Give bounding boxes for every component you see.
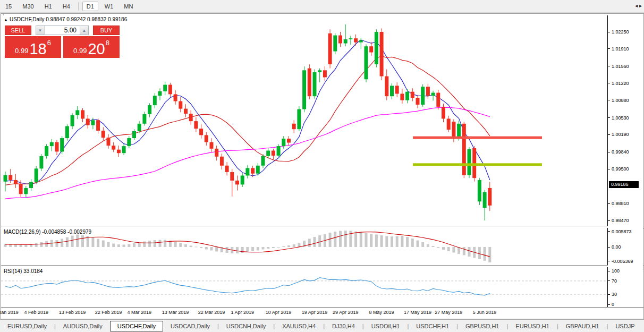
bull-candle [65,126,69,139]
bear-candle [55,142,59,152]
macd-histogram-bar [298,243,300,247]
axis-tick [608,304,610,305]
collapse-triangle-icon[interactable]: ▲ [4,18,8,22]
bear-candle [189,114,193,121]
date-label: 4 Feb 2019 [24,310,48,315]
macd-histogram-bar [417,241,419,247]
axis-label: 1.00530 [612,115,629,121]
timeframe-button-mn[interactable]: MN [120,2,137,11]
bear-candle [354,38,358,42]
bear-candle [174,94,177,101]
axis-label: 100 [612,268,620,274]
tab-usdoil-h1[interactable]: USDOil,H1 [364,321,408,331]
macd-histogram-bar [66,237,69,247]
macd-histogram-bar [236,247,239,253]
axis-label: 1.01910 [612,46,629,52]
buy-price-box[interactable]: 0.99 20 8 [63,36,120,58]
bear-candle [488,188,492,206]
support-line[interactable] [413,163,542,166]
bull-candle [39,156,43,168]
axis-label: 0.98470 [612,218,629,223]
axis-label: 1.00190 [612,132,629,137]
macd-histogram-bar [437,247,439,248]
tab-usdchf-daily[interactable]: USDCHF,Daily [110,321,163,331]
macd-histogram-bar [277,247,280,248]
macd-histogram-bar [251,247,254,251]
date-label: 4 Mar 2019 [127,310,151,315]
tab-usdcad-daily[interactable]: USDCAD,Daily [163,321,217,331]
macd-histogram-bar [293,244,295,247]
macd-histogram-bar [329,233,332,247]
axis-label: 70 [612,278,617,284]
macd-histogram-bar [411,239,414,247]
date-label: 10 Apr 2019 [266,310,292,315]
tab-eurusd-h1[interactable]: EURUSD,H1 [508,321,557,331]
sell-button[interactable]: SELL [5,25,31,35]
buy-price-base: 0.99 [73,47,87,55]
bull-candle [302,70,306,109]
tab-gbpusd-h1[interactable]: GBPUSD,H1 [458,321,507,331]
timeframe-button-d1[interactable]: D1 [82,2,98,11]
bear-candle [272,151,275,156]
timeframe-button-h4[interactable]: H4 [58,2,74,11]
timeframe-button-m30[interactable]: M30 [18,2,38,11]
macd-histogram-bar [241,247,244,253]
axis-label: 1.01220 [612,81,629,86]
bull-candle [245,168,249,175]
bear-candle [442,107,445,119]
bear-candle [287,139,291,143]
timeframe-button-w1[interactable]: W1 [100,2,118,11]
axis-tick [608,83,610,83]
tab-gbpaud-h1[interactable]: GBPAUD,H1 [558,321,607,331]
tab-eurusd-daily[interactable]: EURUSD,Daily [0,321,54,331]
volume-increase-icon[interactable]: ▲ [80,26,88,35]
bull-candle [313,72,317,96]
macd-histogram-bar [138,243,141,247]
rsi-canvas[interactable] [1,267,607,307]
macd-histogram-bar [385,236,388,247]
resistance-line[interactable] [413,137,542,139]
bull-candle [405,92,409,100]
tab-usdjp[interactable]: USDJP [608,321,642,331]
bear-candle [194,121,198,129]
macd-histogram-bar [14,244,17,247]
bull-candle [359,40,363,42]
tab-scroll-arrows[interactable]: ◂ ▸ [634,2,643,9]
axis-tick [608,220,610,221]
bull-candle [122,146,126,153]
timeframe-button-15[interactable]: 15 [1,2,16,11]
macd-histogram-bar [396,236,399,247]
axis-label: 30 [612,292,617,297]
macd-histogram-bar [308,239,311,247]
bear-candle [19,184,23,194]
macd-histogram-bar [35,243,38,247]
macd-histogram-bar [391,236,393,247]
axis-tick [608,152,610,152]
macd-histogram-bar [401,236,403,247]
date-label: 25 Jan 2019 [0,310,19,315]
tab-usdchf-h1[interactable]: USDCHF,H1 [409,321,456,331]
volume-spinner: ▼ 5.00 ▲ [36,25,89,35]
macd-histogram-bar [123,245,125,247]
macd-histogram-bar [447,247,450,251]
macd-histogram-bar [365,233,368,247]
tab-usdcnh-daily[interactable]: USDCNH,Daily [219,321,274,331]
tab-audusd-daily[interactable]: AUDUSD,Daily [56,321,110,331]
tab-dj30-h4[interactable]: DJ30,H4 [325,321,362,331]
timeframe-button-h1[interactable]: H1 [40,2,56,11]
bull-candle [50,142,54,147]
buy-button[interactable]: BUY [93,25,120,35]
bull-candle [163,85,167,91]
rsi-pane[interactable]: RSI(14) 33.0184 [1,267,608,307]
axis-label: 0.005873 [612,229,632,234]
volume-decrease-icon[interactable]: ▼ [36,26,45,35]
axis-tick [608,280,610,281]
macd-pane[interactable]: MACD(12,26,9) -0.004858 -0.002979 [1,228,608,265]
timeframe-toolbar: 15M30H1H4D1W1MN [0,0,644,13]
macd-histogram-bar [112,244,115,247]
sell-price-box[interactable]: 0.99 18 6 [5,36,61,58]
tab-xauusd-h4[interactable]: XAUUSD,H4 [275,321,323,331]
macd-canvas[interactable] [1,228,607,265]
volume-input[interactable]: 5.00 [45,26,80,35]
macd-histogram-bar [375,235,378,247]
